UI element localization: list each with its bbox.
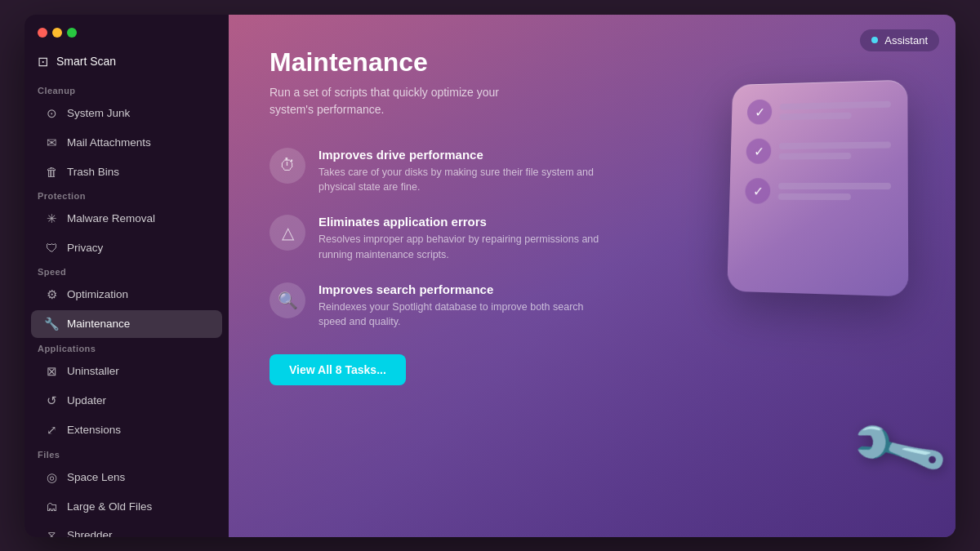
feature-app-errors-title: Eliminates application errors xyxy=(318,215,612,229)
malware-removal-label: Malware Removal xyxy=(67,212,155,224)
window-controls xyxy=(24,15,229,46)
feature-search-performance: 🔍 Improves search performance Reindexes … xyxy=(270,282,612,331)
space-lens-label: Space Lens xyxy=(67,471,125,483)
mail-attachments-label: Mail Attachments xyxy=(67,136,151,149)
sidebar-item-maintenance[interactable]: 🔧 Maintenance xyxy=(31,310,222,338)
sidebar-item-system-junk[interactable]: ⊙ System Junk xyxy=(31,100,222,127)
space-lens-icon: ◎ xyxy=(44,470,59,485)
large-old-files-icon: 🗂 xyxy=(44,500,59,513)
page-title: Maintenance xyxy=(270,47,915,78)
features-list: ⏱ Improves drive performance Takes care … xyxy=(270,148,612,331)
feature-drive-performance-title: Improves drive performance xyxy=(318,148,612,162)
section-label-speed: Speed xyxy=(24,262,229,280)
trash-bins-label: Trash Bins xyxy=(67,166,119,178)
maintenance-label: Maintenance xyxy=(67,318,130,330)
section-label-files: Files xyxy=(24,445,229,463)
extensions-label: Extensions xyxy=(67,424,121,436)
uninstaller-label: Uninstaller xyxy=(67,365,119,377)
drive-performance-icon: ⏱ xyxy=(270,148,305,184)
feature-search-performance-desc: Reindexes your Spotlight database to imp… xyxy=(318,300,612,331)
main-content: Assistant Maintenance Run a set of scrip… xyxy=(229,15,956,537)
close-button[interactable] xyxy=(38,28,47,38)
maintenance-icon: 🔧 xyxy=(44,317,59,331)
feature-drive-performance-desc: Takes care of your disks by making sure … xyxy=(318,165,612,196)
privacy-label: Privacy xyxy=(67,242,103,254)
shredder-label: Shredder xyxy=(67,529,113,537)
system-junk-icon: ⊙ xyxy=(44,106,59,121)
malware-removal-icon: ✳ xyxy=(44,211,59,226)
sidebar-item-smart-scan[interactable]: ⊡ Smart Scan xyxy=(24,46,229,81)
feature-drive-performance: ⏱ Improves drive performance Takes care … xyxy=(270,148,612,196)
mail-attachments-icon: ✉ xyxy=(44,136,59,150)
minimize-button[interactable] xyxy=(52,28,62,38)
updater-icon: ↺ xyxy=(44,393,59,408)
optimization-icon: ⚙ xyxy=(44,287,59,302)
sidebar-item-updater[interactable]: ↺ Updater xyxy=(31,387,222,415)
uninstaller-icon: ⊠ xyxy=(44,364,59,379)
sidebar-item-extensions[interactable]: ⤢ Extensions xyxy=(31,416,222,444)
sidebar-item-uninstaller[interactable]: ⊠ Uninstaller xyxy=(31,358,222,385)
assistant-label: Assistant xyxy=(884,34,928,47)
feature-app-errors: △ Eliminates application errors Resolves… xyxy=(270,215,612,263)
optimization-label: Optimization xyxy=(67,288,128,300)
section-label-cleanup: Cleanup xyxy=(24,81,229,99)
view-tasks-button[interactable]: View All 8 Tasks... xyxy=(270,354,406,385)
shredder-icon: ⧖ xyxy=(44,528,59,537)
trash-bins-icon: 🗑 xyxy=(44,165,59,179)
search-performance-icon: 🔍 xyxy=(270,282,305,318)
sidebar-item-shredder[interactable]: ⧖ Shredder xyxy=(31,522,222,537)
sidebar: ⊡ Smart Scan Cleanup ⊙ System Junk ✉ Mai… xyxy=(24,15,229,537)
large-old-files-label: Large & Old Files xyxy=(67,500,152,513)
feature-drive-performance-text: Improves drive performance Takes care of… xyxy=(318,148,612,196)
sidebar-item-trash-bins[interactable]: 🗑 Trash Bins xyxy=(31,158,222,185)
maximize-button[interactable] xyxy=(67,28,77,38)
section-label-applications: Applications xyxy=(24,339,229,357)
feature-search-performance-title: Improves search performance xyxy=(318,282,612,296)
app-window: ⊡ Smart Scan Cleanup ⊙ System Junk ✉ Mai… xyxy=(24,15,956,537)
feature-search-performance-text: Improves search performance Reindexes yo… xyxy=(318,282,612,331)
page-subtitle: Run a set of scripts that quickly optimi… xyxy=(270,84,531,118)
system-junk-label: System Junk xyxy=(67,107,130,119)
feature-app-errors-text: Eliminates application errors Resolves i… xyxy=(318,215,612,263)
sidebar-item-large-old-files[interactable]: 🗂 Large & Old Files xyxy=(31,493,222,520)
sidebar-item-malware-removal[interactable]: ✳ Malware Removal xyxy=(31,205,222,233)
extensions-icon: ⤢ xyxy=(44,423,59,438)
sidebar-item-privacy[interactable]: 🛡 Privacy xyxy=(31,234,222,261)
sidebar-item-optimization[interactable]: ⚙ Optimization xyxy=(31,281,222,309)
smart-scan-label: Smart Scan xyxy=(56,55,116,68)
sidebar-item-space-lens[interactable]: ◎ Space Lens xyxy=(31,464,222,491)
section-label-protection: Protection xyxy=(24,186,229,204)
assistant-dot-icon xyxy=(871,37,878,43)
updater-label: Updater xyxy=(67,394,106,407)
smart-scan-icon: ⊡ xyxy=(38,54,48,69)
feature-app-errors-desc: Resolves improper app behavior by repair… xyxy=(318,232,612,263)
page-content: Maintenance Run a set of scripts that qu… xyxy=(270,47,915,504)
traffic-lights xyxy=(38,28,77,38)
app-errors-icon: △ xyxy=(270,215,305,251)
privacy-icon: 🛡 xyxy=(44,241,59,255)
sidebar-item-mail-attachments[interactable]: ✉ Mail Attachments xyxy=(31,129,222,157)
